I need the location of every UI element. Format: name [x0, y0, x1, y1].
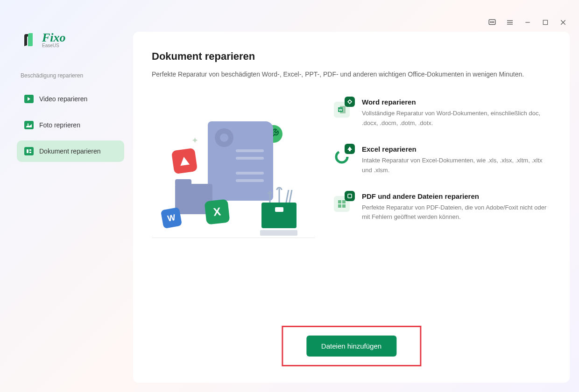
feature-title: Excel reparieren [362, 145, 551, 153]
feature-title: Word reparieren [362, 98, 551, 106]
sidebar-item-label: Dokument reparieren [39, 147, 101, 155]
document-icon [24, 147, 34, 155]
svg-rect-23 [342, 204, 346, 208]
page-subtitle: Perfekte Reparatur von beschädigten Word… [152, 69, 551, 79]
feedback-icon[interactable] [487, 18, 497, 27]
logo-vendor: EaseUS [42, 43, 66, 48]
excel-repair-icon [334, 145, 353, 165]
feature-pdf: PDF und andere Dateien reparieren Perfek… [334, 192, 551, 223]
pdf-repair-icon [334, 192, 353, 212]
close-icon[interactable] [558, 18, 568, 27]
feature-word: W Word reparieren Vollständige Reparatur… [334, 98, 551, 128]
page-title: Dokument reparieren [152, 50, 551, 63]
logo-icon [21, 32, 37, 48]
add-files-button[interactable]: Dateien hinzufügen [306, 336, 396, 357]
feature-desc: Perfekte Reparatur von PDF-Dateien, die … [362, 203, 551, 223]
minimize-icon[interactable] [523, 18, 532, 27]
svg-text:W: W [339, 108, 342, 112]
sidebar-item-document[interactable]: Dokument reparieren [17, 140, 124, 162]
feature-desc: Intakte Reparatur von Excel-Dokumenten, … [362, 156, 551, 175]
svg-point-3 [493, 22, 494, 23]
svg-rect-13 [29, 149, 31, 151]
sidebar-item-label: Video reparieren [39, 95, 87, 103]
svg-point-2 [492, 22, 493, 23]
svg-rect-8 [543, 20, 547, 24]
features-list: W Word reparieren Vollständige Reparatur… [334, 93, 551, 238]
logo-name: Fixo [42, 32, 66, 44]
main-panel: Dokument reparieren Perfekte Reparatur v… [133, 32, 570, 383]
svg-point-11 [28, 124, 29, 125]
svg-rect-21 [342, 200, 346, 203]
highlight-box: Dateien hinzufügen [282, 326, 421, 366]
app-logo: Fixo EaseUS [21, 32, 66, 48]
sidebar-item-photo[interactable]: Foto reprieren [17, 114, 124, 136]
menu-icon[interactable] [505, 18, 515, 27]
feature-desc: Vollständige Reparatur von Word-Dokument… [362, 109, 551, 128]
photo-icon [24, 121, 34, 129]
svg-rect-20 [338, 200, 341, 203]
svg-rect-12 [27, 149, 28, 153]
svg-rect-14 [29, 152, 31, 153]
sidebar-section-title: Beschädigung reparieren [17, 72, 124, 79]
feature-excel: Excel reparieren Intakte Reparatur von E… [334, 145, 551, 175]
feature-title: PDF und andere Dateien reparieren [362, 192, 551, 200]
svg-point-1 [490, 22, 491, 23]
maximize-icon[interactable] [541, 18, 550, 27]
sidebar: Beschädigung reparieren Video reparieren… [17, 72, 124, 167]
svg-rect-22 [338, 204, 341, 208]
sidebar-item-video[interactable]: Video reparieren [17, 88, 124, 110]
svg-point-18 [348, 100, 351, 103]
sidebar-item-label: Foto reprieren [39, 121, 80, 129]
illustration: ✦ X W [152, 93, 315, 238]
svg-rect-24 [348, 194, 352, 198]
word-repair-icon: W [334, 98, 353, 118]
video-icon [24, 95, 34, 103]
window-controls [487, 18, 568, 27]
